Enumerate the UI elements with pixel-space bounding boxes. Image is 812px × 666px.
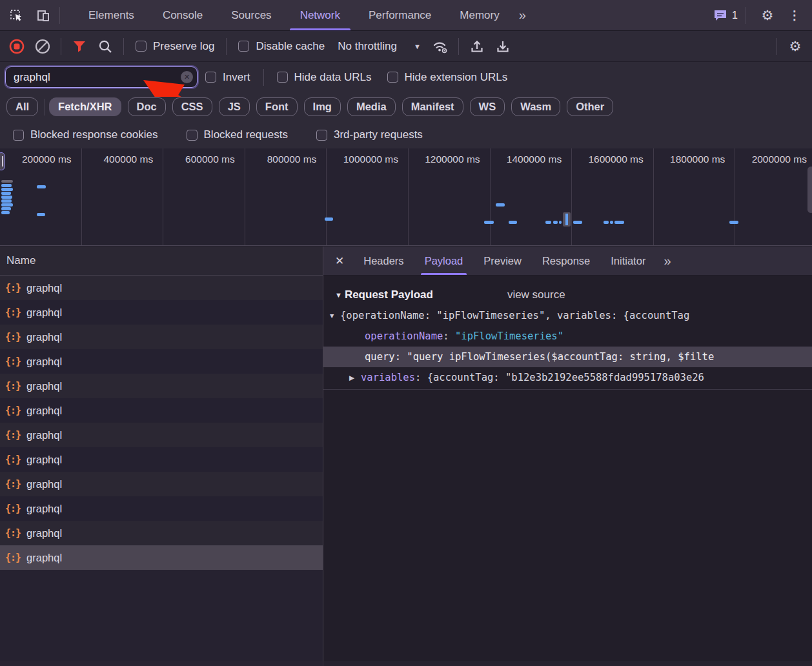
network-settings-button[interactable]: ⚙	[785, 36, 806, 57]
collapsed-triangle-icon[interactable]: ▶	[349, 374, 361, 381]
detail-tab-payload[interactable]: Payload	[414, 247, 474, 275]
request-bar[interactable]	[573, 221, 582, 224]
detail-tab-initiator[interactable]: Initiator	[600, 247, 656, 275]
filter-chip-doc[interactable]: Doc	[128, 97, 166, 116]
inspect-element-button[interactable]	[5, 5, 27, 26]
record-network-log-button[interactable]	[6, 36, 27, 57]
payload-line[interactable]: ▼{operationName: "ipFlowTimeseries", var…	[323, 305, 812, 326]
request-row[interactable]: {:}graphql	[0, 521, 323, 545]
settings-button[interactable]: ⚙	[756, 5, 778, 26]
request-row[interactable]: {:}graphql	[0, 447, 323, 472]
request-bar[interactable]	[553, 221, 558, 224]
tab-network[interactable]: Network	[286, 0, 354, 30]
request-bar[interactable]	[1, 188, 13, 191]
network-conditions-button[interactable]	[430, 36, 451, 57]
request-bar[interactable]	[37, 213, 45, 216]
filter-input[interactable]	[5, 66, 198, 88]
throttling-select[interactable]: No throttling ▼	[338, 40, 421, 53]
tab-performance[interactable]: Performance	[354, 0, 445, 30]
more-detail-tabs-button[interactable]: »	[658, 254, 675, 268]
request-row[interactable]: {:}graphql	[0, 276, 323, 300]
request-bar[interactable]	[545, 221, 551, 224]
timeline-scrollbar[interactable]	[807, 166, 812, 213]
tab-memory[interactable]: Memory	[445, 0, 513, 30]
blocked-requests-checkbox[interactable]: Blocked requests	[187, 128, 288, 141]
selected-request-marker[interactable]	[563, 212, 571, 227]
request-bar[interactable]	[610, 221, 613, 224]
request-row[interactable]: {:}graphql	[0, 423, 323, 447]
filter-chip-js[interactable]: JS	[219, 97, 250, 116]
request-bar[interactable]	[559, 221, 562, 224]
detail-tab-preview[interactable]: Preview	[473, 247, 532, 275]
close-detail-icon[interactable]: ✕	[323, 254, 353, 268]
filter-chip-manifest[interactable]: Manifest	[402, 97, 463, 116]
request-row[interactable]: {:}graphql	[0, 374, 323, 398]
preserve-log-checkbox[interactable]: Preserve log	[136, 40, 214, 53]
request-row[interactable]: {:}graphql	[0, 496, 323, 521]
request-bar[interactable]	[604, 221, 609, 224]
payload-line[interactable]: query: "query ipFlowTimeseries($accountT…	[323, 347, 812, 367]
import-har-button[interactable]	[467, 36, 487, 57]
filter-chip-all[interactable]: All	[6, 97, 38, 116]
invert-checkbox[interactable]: Invert	[205, 71, 250, 84]
filter-chip-img[interactable]: Img	[304, 97, 341, 116]
request-bar[interactable]	[1, 207, 11, 210]
filter-chip-ws[interactable]: WS	[470, 97, 505, 116]
request-bar[interactable]	[509, 221, 517, 224]
filter-chip-fetch-xhr[interactable]: Fetch/XHR	[49, 97, 121, 116]
request-row[interactable]: {:}graphql	[0, 349, 323, 374]
disable-cache-checkbox[interactable]: Disable cache	[238, 40, 325, 53]
more-panels-button[interactable]: »	[514, 8, 530, 23]
blocked-response-cookies-checkbox[interactable]: Blocked response cookies	[13, 128, 158, 141]
request-bar[interactable]	[1, 180, 13, 183]
request-bar[interactable]	[1, 203, 13, 207]
device-toolbar-button[interactable]	[32, 5, 54, 26]
filter-chip-other[interactable]: Other	[567, 97, 613, 116]
gear-icon: ⚙	[762, 8, 774, 23]
request-bar[interactable]	[325, 217, 333, 221]
request-bar[interactable]	[1, 211, 10, 214]
filter-chip-wasm[interactable]: Wasm	[511, 97, 560, 116]
filter-toggle-button[interactable]	[69, 36, 90, 57]
request-bar[interactable]	[1, 184, 12, 187]
request-bar[interactable]	[729, 221, 738, 224]
filter-chip-css[interactable]: CSS	[172, 97, 212, 116]
view-source-link[interactable]: view source	[507, 288, 565, 301]
request-bar[interactable]	[484, 221, 494, 224]
request-payload-title: Request Payload	[345, 288, 433, 301]
request-bar[interactable]	[496, 203, 505, 207]
payload-line[interactable]: ▶variables: {accountTag: "b12e3b2192ee55…	[323, 367, 812, 388]
name-column-header[interactable]: Name	[0, 247, 323, 276]
request-row[interactable]: {:}graphql	[0, 398, 323, 423]
collapse-triangle-icon[interactable]: ▼	[335, 291, 342, 299]
search-button[interactable]	[95, 36, 116, 57]
detail-tab-response[interactable]: Response	[532, 247, 600, 275]
request-row[interactable]: {:}graphql	[0, 300, 323, 325]
hide-data-urls-checkbox[interactable]: Hide data URLs	[277, 71, 372, 84]
request-bar[interactable]	[614, 221, 624, 224]
tab-console[interactable]: Console	[148, 0, 217, 30]
devtools-menu-button[interactable]: ⋮	[784, 5, 806, 26]
clear-filter-icon[interactable]: ✕	[181, 71, 193, 83]
payload-line[interactable]: operationName: "ipFlowTimeseries"	[323, 326, 812, 347]
hide-extension-urls-checkbox[interactable]: Hide extension URLs	[387, 71, 508, 84]
request-row[interactable]: {:}graphql	[0, 325, 323, 349]
tab-sources[interactable]: Sources	[217, 0, 285, 30]
expanded-triangle-icon[interactable]: ▼	[329, 312, 340, 319]
request-bar[interactable]	[1, 196, 12, 199]
request-row[interactable]: {:}graphql	[0, 472, 323, 496]
timeline-left-handle[interactable]	[0, 152, 5, 170]
detail-tab-headers[interactable]: Headers	[353, 247, 414, 275]
export-har-button[interactable]	[492, 36, 513, 57]
issues-icon[interactable]	[713, 8, 728, 23]
network-overview-timeline[interactable]: 200000 ms400000 ms600000 ms800000 ms1000…	[0, 148, 812, 246]
request-bar[interactable]	[37, 185, 46, 188]
request-bar[interactable]	[1, 192, 11, 195]
3rd-party-requests-checkbox[interactable]: 3rd-party requests	[316, 128, 423, 141]
filter-chip-media[interactable]: Media	[347, 97, 396, 116]
request-row[interactable]: {:}graphql	[0, 545, 323, 570]
tab-elements[interactable]: Elements	[74, 0, 148, 30]
filter-chip-font[interactable]: Font	[256, 97, 298, 116]
clear-network-log-button[interactable]	[32, 36, 53, 57]
request-bar[interactable]	[1, 199, 12, 203]
